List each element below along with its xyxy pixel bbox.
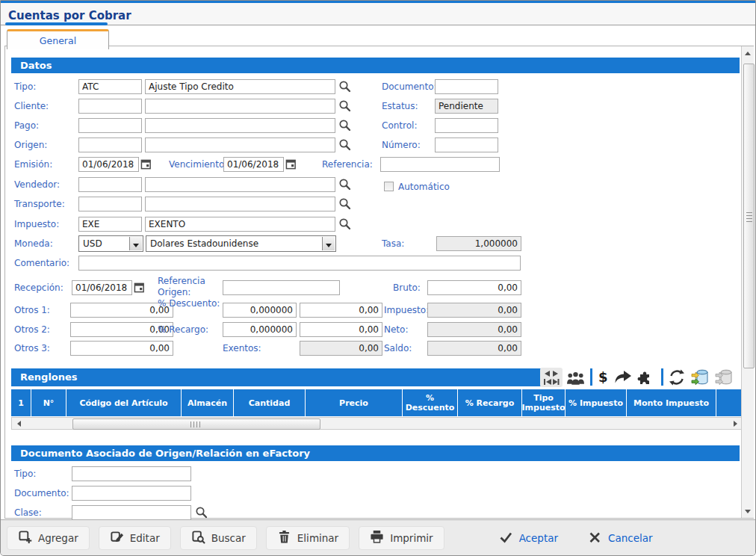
send-forward-icon[interactable] [614, 371, 632, 384]
pago-search-icon[interactable] [338, 119, 351, 132]
cliente-search-icon[interactable] [338, 99, 351, 112]
cliente-code-input[interactable] [78, 99, 142, 114]
tab-general[interactable]: General [7, 29, 109, 49]
recepcion-label: Recepción: [14, 280, 63, 295]
tab-general-label: General [40, 35, 76, 46]
origen-search-icon[interactable] [338, 138, 351, 151]
column-header-monto-impuesto[interactable]: Monto Impuesto [627, 389, 716, 416]
impuesto-search-icon[interactable] [338, 217, 351, 230]
cancelar-button[interactable]: Cancelar [583, 530, 657, 547]
saldo-input [427, 341, 521, 356]
toolbar-separator [661, 368, 663, 386]
section-title: Renglones [20, 371, 78, 383]
tasa-input [436, 236, 521, 251]
origen-desc-input[interactable] [145, 138, 335, 152]
buscar-button[interactable]: Buscar [180, 526, 257, 550]
monto-descuento-input[interactable] [300, 303, 382, 318]
tipo-search-icon[interactable] [338, 80, 351, 93]
vendedor-code-input[interactable] [78, 177, 142, 192]
comentario-input[interactable] [78, 256, 521, 271]
otros3-input[interactable] [70, 341, 173, 356]
contacts-icon[interactable] [566, 371, 586, 386]
grid-row-header: 1 [11, 389, 31, 416]
column-header-precio[interactable]: Precio [306, 389, 402, 416]
doc-asociado-documento-input[interactable] [72, 486, 191, 501]
editar-button[interactable]: Editar [99, 526, 171, 550]
transporte-search-icon[interactable] [338, 197, 351, 210]
scroll-up-icon[interactable] [742, 46, 754, 58]
impuesto-label: Impuesto: [14, 217, 59, 232]
scroll-down-icon[interactable] [742, 506, 754, 518]
column-header-tipo-impuesto[interactable]: Tipo Impuesto [522, 389, 565, 416]
emision-date-input[interactable] [78, 157, 139, 172]
vencimiento-date-input[interactable] [223, 157, 284, 172]
impuesto-desc-input[interactable] [145, 217, 335, 232]
vendedor-search-icon[interactable] [338, 178, 351, 191]
column-header-numero[interactable]: N° [31, 389, 66, 416]
close-x-icon [588, 531, 601, 546]
pct-recargo-input[interactable] [223, 322, 297, 337]
recepcion-date-input[interactable] [72, 280, 132, 295]
recepcion-calendar-icon[interactable] [134, 281, 145, 294]
dollar-icon[interactable]: $ [598, 368, 608, 386]
cliente-desc-input[interactable] [145, 99, 335, 114]
column-header-codigo-articulo[interactable]: Código del Artículo [66, 389, 181, 416]
control-input[interactable] [435, 118, 498, 133]
column-header-pct-impuesto[interactable]: % Impuesto [566, 389, 626, 416]
tipo-desc-input[interactable] [145, 79, 335, 94]
pago-desc-input[interactable] [145, 118, 335, 133]
scroll-grip [190, 421, 202, 427]
moneda-desc-select[interactable]: Dolares Estadounidense [146, 235, 336, 252]
origen-code-input[interactable] [78, 138, 142, 152]
aceptar-label: Aceptar [519, 532, 558, 544]
column-header-cantidad[interactable]: Cantidad [234, 389, 305, 416]
impuesto-code-input[interactable] [78, 217, 142, 232]
agregar-label: Agregar [38, 532, 78, 544]
column-header-pct-recargo[interactable]: % Recargo [458, 389, 521, 416]
column-header-almacen[interactable]: Almacén [182, 389, 233, 416]
refresh-icon[interactable] [669, 369, 685, 386]
neto-label: Neto: [384, 322, 408, 337]
transporte-code-input[interactable] [78, 197, 142, 211]
numero-input[interactable] [435, 138, 498, 152]
database-export-icon[interactable] [691, 368, 709, 386]
tipo-code-input[interactable] [78, 79, 142, 94]
cliente-label: Cliente: [14, 99, 49, 114]
transporte-label: Transporte: [14, 197, 65, 211]
horizontal-scroll-thumb[interactable] [72, 418, 320, 430]
vendedor-desc-input[interactable] [145, 177, 335, 192]
referencia-input[interactable] [380, 157, 500, 172]
imprimir-button[interactable]: Imprimir [359, 526, 444, 550]
referencia-origen-input[interactable] [223, 280, 340, 295]
monto-recargo-input[interactable] [300, 322, 382, 337]
cancelar-label: Cancelar [608, 532, 653, 544]
documento-input[interactable] [435, 79, 498, 94]
automatico-checkbox[interactable] [384, 182, 394, 191]
aceptar-button[interactable]: Aceptar [495, 530, 563, 547]
imprimir-label: Imprimir [390, 532, 433, 544]
vencimiento-calendar-icon[interactable] [285, 158, 297, 171]
transporte-desc-input[interactable] [145, 197, 335, 211]
toolbar-separator [590, 368, 592, 386]
column-header-pct-descuento[interactable]: % Descuento [403, 389, 457, 416]
pago-code-input[interactable] [78, 118, 142, 133]
plugin-icon[interactable] [637, 370, 652, 385]
doc-asociado-clase-input[interactable] [72, 505, 191, 520]
bruto-input[interactable] [427, 280, 521, 295]
impuesto-total-label: Impuesto: [384, 303, 429, 318]
doc-asociado-clase-search-icon[interactable] [195, 506, 208, 519]
vertical-scrollbar[interactable] [741, 46, 754, 518]
scroll-left-icon[interactable] [12, 418, 24, 429]
agregar-button[interactable]: Agregar [7, 526, 90, 550]
moneda-code-select[interactable]: USD [78, 235, 143, 252]
renglones-horizontal-scrollbar[interactable] [11, 417, 743, 430]
eliminar-button[interactable]: Eliminar [266, 526, 350, 550]
moneda-code-dropdown-icon[interactable] [129, 237, 142, 250]
doc-asociado-tipo-input[interactable] [72, 466, 191, 481]
emision-calendar-icon[interactable] [140, 158, 152, 171]
moneda-desc-dropdown-icon[interactable] [322, 237, 335, 250]
scroll-right-icon[interactable] [730, 418, 742, 429]
record-navigation-icon[interactable] [540, 368, 563, 387]
pct-descuento-input[interactable] [223, 303, 297, 318]
vertical-scroll-thumb[interactable] [743, 64, 755, 368]
